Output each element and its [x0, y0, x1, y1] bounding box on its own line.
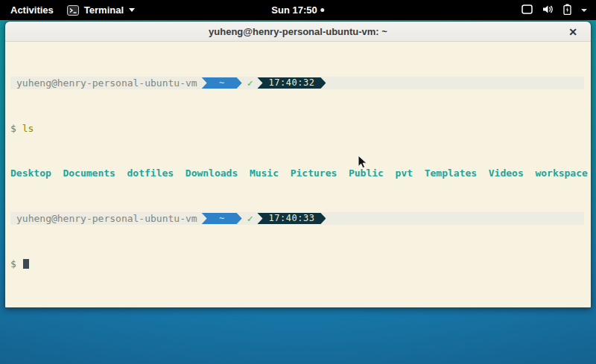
command-line: $ ls: [10, 123, 591, 134]
prompt-path-segment: ~: [202, 213, 242, 224]
screen-icon: [522, 4, 533, 16]
shell-prompt-symbol: $: [10, 123, 16, 134]
mouse-cursor-icon: [358, 155, 367, 172]
close-icon[interactable]: ✕: [565, 25, 580, 39]
volume-icon: [542, 4, 554, 16]
terminal-window: yuheng@henry-personal-ubuntu-vm: ~ ✕ yuh…: [4, 21, 592, 308]
terminal-output[interactable]: yuheng@henry-personal-ubuntu-vm ~ ✓ 17:4…: [5, 42, 591, 307]
prompt-status-check: ✓: [247, 77, 253, 89]
terminal-cursor: [23, 259, 29, 269]
terminal-app-icon: [67, 5, 79, 16]
clock-label: Sun 17:50: [271, 4, 317, 16]
prompt-path-segment: ~: [202, 77, 242, 89]
command-text: ls: [22, 123, 34, 134]
gnome-top-bar: Activities Terminal Sun 17:50: [0, 0, 596, 20]
prompt-time-badge: 17:40:33: [257, 213, 326, 224]
prompt-status-check: ✓: [247, 213, 253, 224]
directory-listing: Desktop Documents dotfiles Downloads Mus…: [10, 167, 588, 179]
prompt-line-1: yuheng@henry-personal-ubuntu-vm ~ ✓ 17:4…: [10, 77, 584, 89]
system-status-area[interactable]: [522, 0, 590, 20]
desktop-wallpaper: Activities Terminal Sun 17:50: [0, 0, 596, 364]
prompt-time-badge: 17:40:32: [257, 77, 326, 89]
ls-output-line: Desktop Documents dotfiles Downloads Mus…: [10, 167, 591, 179]
chevron-down-icon: [581, 9, 587, 12]
chevron-down-icon: [129, 8, 135, 12]
battery-charging-icon: [563, 4, 571, 17]
app-menu-label: Terminal: [84, 4, 124, 16]
shell-prompt-symbol: $: [10, 258, 16, 269]
notification-dot-icon: [321, 8, 325, 12]
window-title: yuheng@henry-personal-ubuntu-vm: ~: [209, 26, 387, 37]
clock-button[interactable]: Sun 17:50: [271, 0, 324, 20]
activities-button[interactable]: Activities: [7, 4, 57, 16]
app-menu-button[interactable]: Terminal: [67, 4, 135, 16]
prompt-user-host: yuheng@henry-personal-ubuntu-vm: [16, 77, 197, 89]
top-bar-left: Activities Terminal: [0, 4, 135, 16]
input-line[interactable]: $: [10, 258, 591, 269]
prompt-line-2: yuheng@henry-personal-ubuntu-vm ~ ✓ 17:4…: [10, 212, 584, 225]
window-titlebar[interactable]: yuheng@henry-personal-ubuntu-vm: ~ ✕: [5, 22, 591, 42]
prompt-user-host: yuheng@henry-personal-ubuntu-vm: [16, 213, 197, 224]
